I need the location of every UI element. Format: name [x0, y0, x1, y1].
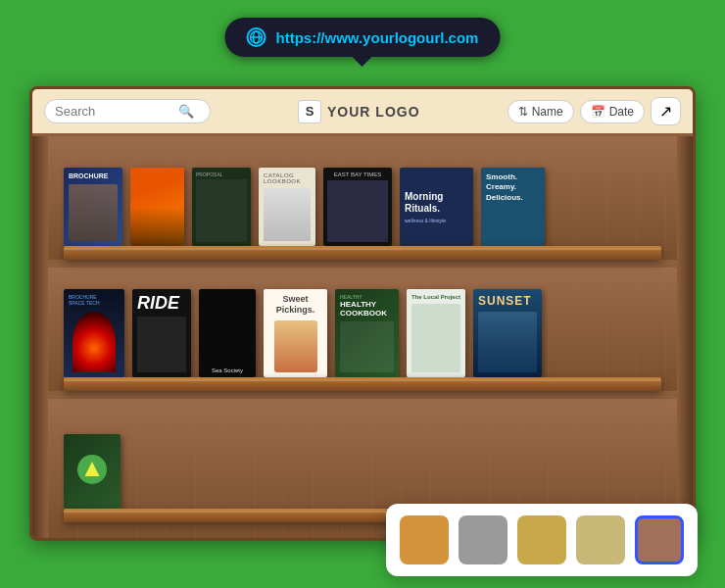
shelf-row-2: BROCHURESPACE TECH RIDE Sea Society	[64, 279, 661, 377]
logo-text: YOUR LOGO	[327, 104, 420, 120]
book-label: SUNSET	[478, 294, 537, 308]
bookcase-body: BROCHURE PRO	[32, 136, 693, 538]
book-label: EAST BAY TIMES	[327, 172, 388, 177]
header-bar: 🔍 S YOUR LOGO ⇅ Name 📅 Date ↗	[32, 89, 693, 136]
book-catalog-lookbook[interactable]: CATALOG LOOKBOOK	[259, 168, 315, 246]
book-orange-face[interactable]	[130, 168, 184, 246]
book-sweet-pickings[interactable]: Sweet Pickings.	[264, 289, 327, 377]
search-icon: 🔍	[178, 104, 194, 119]
swatch-gray[interactable]	[459, 515, 508, 564]
book-morning-rituals[interactable]: Morning Rituals. wellness & lifestyle	[400, 168, 473, 246]
shelf-section-1: BROCHURE PRO	[48, 136, 677, 260]
share-button[interactable]: ↗	[651, 97, 681, 125]
book-label: Morning Rituals.	[405, 191, 468, 215]
book-brochure-1[interactable]: BROCHURE	[64, 168, 122, 246]
sort-icon: ⇅	[518, 105, 528, 119]
name-btn-label: Name	[532, 105, 563, 119]
color-panel	[386, 504, 698, 576]
book-dark-proposal[interactable]: PROPOSAL	[192, 168, 251, 246]
globe-icon	[247, 27, 266, 47]
swatch-tan[interactable]	[517, 515, 566, 564]
swatch-light-wood[interactable]	[576, 515, 625, 564]
book-sea-society[interactable]: Sea Society	[199, 289, 256, 377]
calendar-icon: 📅	[591, 105, 605, 119]
swatch-orange[interactable]	[400, 515, 449, 564]
book-label: RIDE	[137, 294, 186, 312]
date-sort-button[interactable]: 📅 Date	[580, 100, 645, 123]
shelf-board-2	[64, 377, 661, 391]
book-label: Sea Society	[203, 368, 252, 373]
book-label: BROCHURE	[69, 172, 118, 179]
search-box[interactable]: 🔍	[44, 99, 211, 123]
book-east-bay-times[interactable]: EAST BAY TIMES	[323, 168, 392, 246]
book-smooth-creamy[interactable]: Smooth. Creamy. Delicious.	[481, 168, 545, 246]
shelf-content: BROCHURE PRO	[48, 136, 677, 538]
book-brochure-spacetech[interactable]: BROCHURESPACE TECH	[64, 289, 124, 377]
shelf-row-1: BROCHURE PRO	[64, 148, 661, 246]
url-text: https://www.yourlogourl.com	[276, 29, 479, 46]
logo-area: S YOUR LOGO	[220, 100, 498, 123]
book-label: The Local Project	[411, 294, 460, 300]
book-small-green[interactable]	[64, 434, 121, 509]
book-label: Smooth. Creamy. Delicious.	[486, 172, 540, 203]
swatch-brown[interactable]	[635, 515, 684, 564]
book-main-label: HEALTHY COOKBOOK	[340, 300, 394, 318]
book-local-project[interactable]: The Local Project	[407, 289, 465, 377]
shelf-section-2: BROCHURESPACE TECH RIDE Sea Society	[48, 268, 677, 391]
bookcase-left-panel	[32, 136, 48, 538]
shelf-row-3	[64, 411, 661, 509]
shelf-board-1	[64, 246, 661, 260]
book-sublabel: wellness & lifestyle	[405, 218, 468, 223]
url-tooltip: https://www.yourlogourl.com	[225, 18, 501, 57]
book-cookbook[interactable]: HEALTHY HEALTHY COOKBOOK	[335, 289, 399, 377]
date-btn-label: Date	[609, 105, 634, 119]
book-label-2: LOOKBOOK	[264, 178, 311, 184]
book-sunset[interactable]: SUNSET	[473, 289, 542, 377]
book-label: BROCHURESPACE TECH	[69, 294, 120, 306]
book-ride[interactable]: RIDE	[132, 289, 191, 377]
logo-letter: S	[298, 100, 321, 123]
search-input[interactable]	[55, 104, 172, 119]
book-label: Sweet Pickings.	[268, 294, 322, 316]
share-icon: ↗	[659, 102, 672, 121]
header-actions: ⇅ Name 📅 Date ↗	[508, 97, 681, 125]
bookcase-wrapper: 🔍 S YOUR LOGO ⇅ Name 📅 Date ↗	[29, 86, 696, 541]
bookcase: 🔍 S YOUR LOGO ⇅ Name 📅 Date ↗	[29, 86, 696, 541]
bookcase-right-panel	[677, 136, 693, 538]
name-sort-button[interactable]: ⇅ Name	[508, 100, 574, 123]
book-label: PROPOSAL	[196, 172, 247, 177]
